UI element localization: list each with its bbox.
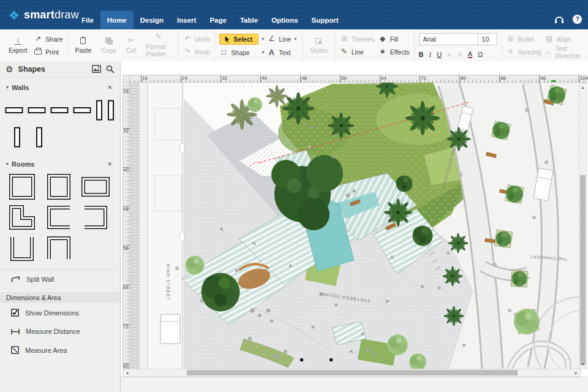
split-wall-button[interactable]: Split Wall [0, 270, 120, 288]
font-name-input[interactable] [419, 33, 478, 45]
wall-shape-horizontal-4[interactable] [73, 107, 91, 114]
export-button[interactable]: ↓ Export [6, 37, 30, 54]
wall-shape-vertical-4[interactable] [36, 127, 43, 148]
horizontal-scrollbar[interactable]: ◂ ▸ [123, 369, 581, 377]
measure-area-icon [11, 346, 19, 354]
line-tool-icon: ∠ [267, 35, 276, 43]
image-library-icon[interactable] [92, 65, 101, 73]
menu-support[interactable]: Support [305, 11, 345, 29]
rooms-collapse-caret[interactable]: ▾ [6, 161, 9, 167]
toolbar-group-clipboard: Paste Copy ✂ Cut ✎ Format Painter [67, 29, 179, 61]
scroll-down-arrow[interactable]: ▾ [579, 361, 586, 368]
smartdraw-app: ❖ smartdraw File Home Design Insert Page… [0, 0, 588, 392]
bullet-icon: ≣ [507, 35, 515, 43]
bullet-button[interactable]: ≣ Bullet [507, 34, 541, 44]
walls-close-icon[interactable]: × [105, 83, 114, 92]
walls-section-header: ▾ Walls × [0, 77, 120, 94]
effects-button[interactable]: ★ Effects [379, 47, 410, 57]
copy-button[interactable]: Copy [98, 37, 119, 54]
walls-collapse-caret[interactable]: ▾ [6, 85, 9, 90]
room-shape-c-open-left[interactable] [81, 203, 110, 232]
font-size-input[interactable] [478, 33, 497, 45]
scroll-up-arrow[interactable]: ▴ [579, 84, 586, 91]
show-dimensions-button[interactable]: Show Dimensions [0, 303, 120, 322]
scroll-right-arrow[interactable]: ▸ [573, 369, 579, 376]
hruler-label: 56 [340, 75, 347, 82]
gear-icon[interactable]: ⚙ [6, 65, 13, 74]
help-icon[interactable]: ? [573, 15, 582, 24]
menu-design[interactable]: Design [134, 11, 170, 29]
menu-page[interactable]: Page [203, 11, 233, 29]
vruler-label: 24 [123, 89, 129, 94]
text-tool-icon: A [267, 48, 276, 56]
wall-shape-vertical-1[interactable] [96, 100, 103, 121]
measure-distance-button[interactable]: Measure Distance [0, 322, 120, 341]
themes-button[interactable]: ⊞ Themes [340, 34, 375, 44]
text-tool-button[interactable]: A Text [267, 48, 291, 58]
shape-tool-button[interactable]: □ Shape [219, 48, 258, 58]
line-style-button[interactable]: ✎ Line [340, 47, 375, 57]
vertical-scroll-thumb[interactable] [580, 175, 586, 365]
line-style-icon: ✎ [340, 48, 349, 56]
high-street-label: HIGH STREET [166, 264, 170, 301]
wall-shape-horizontal-1[interactable] [5, 107, 23, 114]
wall-shape-vertical-3[interactable] [13, 127, 21, 148]
select-dropdown-caret[interactable]: ▾ [262, 36, 264, 42]
undo-button[interactable]: ↶ Undo [183, 34, 210, 44]
menu-file[interactable]: File [75, 11, 100, 29]
rooms-close-icon[interactable]: × [105, 159, 114, 168]
room-shape-u-open-bottom[interactable] [44, 234, 74, 262]
export-icon: ↓ [13, 37, 22, 45]
redo-button[interactable]: ↷ Redo [183, 47, 210, 57]
cut-button[interactable]: ✂ Cut [123, 37, 139, 54]
hruler-label: 96 [539, 75, 546, 82]
room-shape-c-open-right[interactable] [44, 203, 74, 232]
drawing-page[interactable]: HIGH STREET FREYBERG SQUARE COURTHOUSE P… [130, 83, 579, 369]
headset-icon[interactable] [554, 15, 564, 24]
measure-area-button[interactable]: Measure Area [0, 341, 120, 360]
select-tool-button[interactable]: Select [219, 34, 258, 45]
line-dropdown-caret[interactable]: ▾ [294, 36, 296, 42]
scroll-left-arrow[interactable]: ◂ [124, 369, 130, 376]
italic-button[interactable]: I [429, 51, 432, 58]
split-wall-icon [11, 276, 20, 283]
horizontal-scroll-thumb[interactable] [187, 370, 518, 375]
superscript-button[interactable]: x² [458, 51, 462, 58]
align-button[interactable]: ▤ Align [545, 34, 582, 44]
toolbar-group-font: B I U x₂ x² A Ω [415, 29, 502, 61]
themes-icon: ⊞ [340, 35, 349, 43]
room-shape-u-open-top[interactable] [7, 234, 37, 262]
site-plan-drawing[interactable]: HIGH STREET FREYBERG SQUARE COURTHOUSE P… [130, 83, 579, 369]
share-button[interactable]: ↗ Share [34, 34, 62, 44]
wall-shape-horizontal-2[interactable] [28, 107, 46, 114]
print-button[interactable]: Print [34, 47, 62, 57]
paste-button[interactable]: Paste [72, 37, 94, 54]
shape-dropdown-caret[interactable]: ▾ [262, 50, 264, 55]
menu-options[interactable]: Options [265, 11, 304, 29]
room-shape-rectangle[interactable] [81, 173, 110, 201]
font-color-button[interactable]: A [468, 51, 472, 58]
bold-button[interactable]: B [419, 51, 424, 58]
subscript-button[interactable]: x₂ [447, 51, 452, 58]
search-icon[interactable] [106, 65, 115, 74]
text-direction-button[interactable]: ↔ Text Direction [545, 47, 582, 57]
spacing-button[interactable]: ≡ Spacing [507, 47, 541, 57]
line-tool-button[interactable]: ∠ Line [267, 34, 291, 44]
room-shape-l[interactable] [7, 203, 37, 232]
room-shape-square-2[interactable] [44, 173, 74, 201]
hruler-label: 24 [181, 75, 187, 82]
vruler-label: 80 [123, 363, 129, 369]
wall-shape-vertical-2[interactable] [107, 100, 115, 121]
vertical-scrollbar[interactable]: ▴ ▾ [579, 83, 587, 369]
wall-shape-horizontal-3[interactable] [50, 107, 69, 114]
fill-button[interactable]: ◆ Fill [379, 34, 410, 44]
format-painter-button[interactable]: ✎ Format Painter [143, 33, 174, 58]
menu-home[interactable]: Home [100, 11, 134, 29]
menu-table[interactable]: Table [233, 11, 265, 29]
room-shape-square-1[interactable] [7, 173, 37, 201]
underline-button[interactable]: U [437, 51, 442, 58]
menu-insert[interactable]: Insert [170, 11, 203, 29]
smartdraw-logo[interactable]: ❖ smartdraw [9, 9, 79, 21]
symbol-button[interactable]: Ω [478, 51, 483, 58]
styles-button[interactable]: Styles [307, 37, 331, 54]
